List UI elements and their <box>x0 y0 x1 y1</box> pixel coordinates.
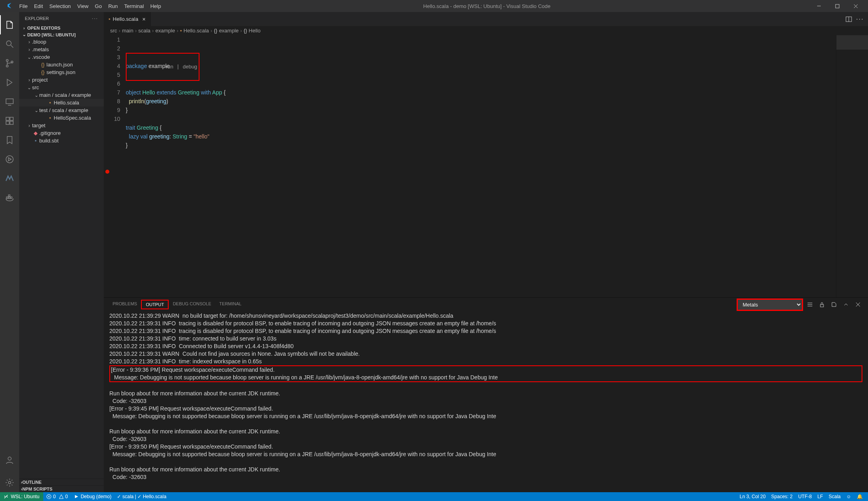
menu-edit[interactable]: Edit <box>31 3 46 9</box>
svg-rect-17 <box>8 197 10 198</box>
explorer-header: EXPLORER ··· <box>19 12 104 25</box>
run-debug-tab[interactable] <box>0 73 19 92</box>
svg-rect-18 <box>10 197 12 198</box>
svg-point-21 <box>8 481 11 484</box>
feedback-icon[interactable]: ☺ <box>844 492 854 501</box>
editor-more-icon[interactable]: ··· <box>854 14 866 25</box>
svg-rect-1 <box>836 4 839 8</box>
file-icon: {} <box>39 69 46 75</box>
tree-item[interactable]: {}launch.json <box>19 61 104 68</box>
panel-up-icon[interactable] <box>841 299 851 310</box>
tree-item[interactable]: ▪HelloSpec.scala <box>19 114 104 122</box>
file-icon: ◆ <box>32 130 39 136</box>
menu-view[interactable]: View <box>74 3 92 9</box>
svg-line-5 <box>11 45 13 48</box>
metals-status[interactable]: ✓ scala | ✓ Hello.scala <box>114 492 169 501</box>
svg-rect-27 <box>820 305 824 307</box>
clear-output-icon[interactable] <box>805 299 815 310</box>
breadcrumbs[interactable]: src› main› scala› example› ▪Hello.scala›… <box>104 26 868 35</box>
tree-item[interactable]: ⌄.vscode <box>19 53 104 61</box>
tree-item[interactable]: ⌄src <box>19 84 104 91</box>
scala-file-icon: ▪ <box>109 16 111 22</box>
panel-tab-problems[interactable]: PROBLEMS <box>109 300 141 309</box>
outline-section[interactable]: ›OUTLINE <box>19 479 104 485</box>
tree-item[interactable]: ›.metals <box>19 46 104 53</box>
bottom-panel: PROBLEMSOUTPUTDEBUG CONSOLETERMINAL Meta… <box>104 297 868 492</box>
tree-item[interactable]: ›project <box>19 76 104 84</box>
menu-terminal[interactable]: Terminal <box>121 3 147 9</box>
file-icon: {} <box>39 62 46 68</box>
svg-rect-13 <box>6 121 9 124</box>
tree-item[interactable]: ▪build.sbt <box>19 137 104 144</box>
menu-selection[interactable]: Selection <box>46 3 74 9</box>
window-title: Hello.scala - demo [WSL: Ubuntu] - Visua… <box>164 3 810 9</box>
tree-item[interactable]: ›target <box>19 122 104 129</box>
eol-status[interactable]: LF <box>815 492 826 501</box>
workspace-root[interactable]: ⌄DEMO [WSL: UBUNTU] <box>19 31 104 38</box>
explorer-tab[interactable] <box>0 15 19 34</box>
output-panel-body[interactable]: 2020.10.22 21:39:29 WARN no build target… <box>104 311 868 492</box>
titlebar: FileEditSelectionViewGoRunTerminalHelp H… <box>0 0 868 12</box>
svg-rect-11 <box>6 117 9 120</box>
panel-close-icon[interactable] <box>853 299 863 310</box>
tree-item[interactable]: ▪Hello.scala <box>19 99 104 106</box>
maximize-button[interactable] <box>828 0 846 12</box>
minimize-button[interactable] <box>810 0 828 12</box>
minimap[interactable] <box>836 35 868 297</box>
settings-gear-icon[interactable] <box>0 473 19 492</box>
npm-scripts-section[interactable]: ›NPM SCRIPTS <box>19 485 104 492</box>
tree-item[interactable]: ›.bloop <box>19 38 104 46</box>
notifications-icon[interactable]: 🔔 <box>854 492 866 501</box>
menu-run[interactable]: Run <box>105 3 121 9</box>
test-tab[interactable] <box>0 150 19 169</box>
menu-file[interactable]: File <box>16 3 31 9</box>
extensions-tab[interactable] <box>0 111 19 130</box>
cursor-position[interactable]: Ln 3, Col 20 <box>737 492 769 501</box>
source-control-tab[interactable] <box>0 54 19 73</box>
search-tab[interactable] <box>0 34 19 54</box>
tab-close-icon[interactable]: × <box>142 16 145 22</box>
file-icon: ▪ <box>46 115 54 121</box>
panel-tab-output[interactable]: OUTPUT <box>141 300 169 309</box>
accounts-icon[interactable] <box>0 451 19 470</box>
encoding-status[interactable]: UTF-8 <box>795 492 815 501</box>
bookmarks-tab[interactable] <box>0 130 19 150</box>
output-channel-select[interactable]: Metals <box>738 300 802 310</box>
svg-rect-19 <box>8 195 10 196</box>
svg-point-4 <box>6 41 11 46</box>
indentation-status[interactable]: Spaces: 2 <box>768 492 795 501</box>
tree-item[interactable]: {}settings.json <box>19 68 104 76</box>
more-icon[interactable]: ··· <box>92 16 98 21</box>
docker-tab[interactable] <box>0 188 19 207</box>
open-editors-section[interactable]: ›OPEN EDITORS <box>19 25 104 31</box>
menu-go[interactable]: Go <box>92 3 105 9</box>
tree-item[interactable]: ◆.gitignore <box>19 129 104 137</box>
svg-rect-9 <box>6 99 13 104</box>
explorer-sidebar: EXPLORER ··· ›OPEN EDITORS ⌄DEMO [WSL: U… <box>19 12 104 492</box>
debug-status[interactable]: Debug (demo) <box>70 492 114 501</box>
tree-item[interactable]: ⌄main / scala / example <box>19 91 104 99</box>
output-channel-select-highlight: Metals <box>737 299 803 311</box>
namespace-icon: {} <box>214 28 218 34</box>
tab-label: Hello.scala <box>113 16 139 22</box>
panel-tab-terminal[interactable]: TERMINAL <box>215 300 246 309</box>
tab-hello-scala[interactable]: ▪ Hello.scala × <box>104 12 151 26</box>
svg-point-20 <box>8 457 11 460</box>
svg-point-6 <box>6 60 8 62</box>
remote-explorer-tab[interactable] <box>0 92 19 111</box>
editor-tabs: ▪ Hello.scala × ··· <box>104 12 868 26</box>
close-window-button[interactable] <box>846 0 865 12</box>
problems-status[interactable]: 0 0 <box>43 492 70 501</box>
code-editor[interactable]: run | debug package example object Hello… <box>126 35 836 297</box>
menu-help[interactable]: Help <box>147 3 164 9</box>
language-mode[interactable]: Scala <box>826 492 844 501</box>
open-log-icon[interactable] <box>829 299 839 310</box>
metals-tab[interactable] <box>0 169 19 188</box>
file-icon: ▪ <box>32 138 39 144</box>
split-editor-icon[interactable] <box>843 14 854 25</box>
panel-tab-debug console[interactable]: DEBUG CONSOLE <box>169 300 215 309</box>
tree-item[interactable]: ⌄test / scala / example <box>19 106 104 114</box>
remote-indicator[interactable]: WSL: Ubuntu <box>0 492 43 501</box>
lock-scroll-icon[interactable] <box>817 299 827 310</box>
codelens-run-debug[interactable]: run | debug <box>126 53 199 81</box>
